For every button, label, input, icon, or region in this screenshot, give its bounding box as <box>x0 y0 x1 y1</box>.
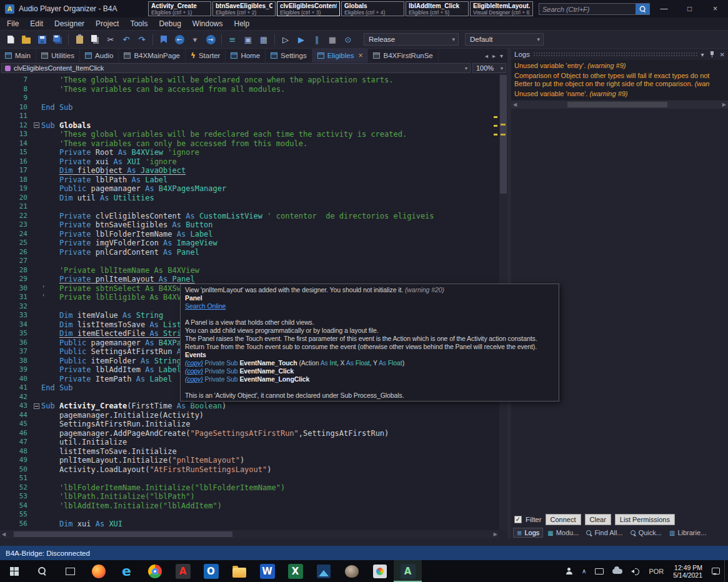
open-project-icon[interactable] <box>19 32 33 46</box>
undo-icon[interactable]: ↶ <box>119 32 133 46</box>
maximize-button[interactable]: □ <box>677 0 702 17</box>
minimize-button[interactable]: — <box>651 0 677 17</box>
task-view-button[interactable] <box>56 560 84 582</box>
stop-icon[interactable]: ■ <box>326 32 339 46</box>
cut-icon[interactable]: ✂ <box>104 32 117 46</box>
new-file-icon[interactable] <box>4 32 17 46</box>
scroll-tabs-right-icon[interactable]: ▸ <box>492 52 496 59</box>
doc-tab-utilities[interactable]: Utilities <box>36 49 80 62</box>
code-line[interactable]: 21 <box>0 202 499 212</box>
panel-tab-librarie[interactable]: ▥Librarie... <box>666 528 709 537</box>
pin-icon[interactable] <box>709 51 715 58</box>
taskbar-edge[interactable]: e <box>112 560 141 582</box>
code-line[interactable]: 22 Private clvEligiblesContent As Custom… <box>0 212 499 221</box>
display-icon[interactable] <box>591 560 608 582</box>
code-line[interactable]: 52 'lblFolderItemName.Initialize("lblFol… <box>0 483 499 493</box>
log-warning[interactable]: Unused variable 'entry'. (warning #9) <box>511 61 728 71</box>
editor-horizontal-scrollbar[interactable]: ◀ ▶ <box>0 530 499 538</box>
code-line[interactable]: 7 'These global variables will be declar… <box>0 76 499 85</box>
panel-drag-texture[interactable] <box>533 52 698 57</box>
compile-icon[interactable]: ⊙ <box>341 32 355 46</box>
search-button[interactable] <box>636 4 649 14</box>
navigate-forward-icon[interactable]: → <box>204 32 217 46</box>
onedrive-icon[interactable] <box>608 560 627 582</box>
code-line[interactable]: 45 SettingsAtFirstRun.Initialize <box>0 420 499 429</box>
save-icon[interactable] <box>35 32 49 46</box>
doc-tab-main[interactable]: Main <box>0 49 36 62</box>
search-input[interactable] <box>539 4 636 14</box>
search-online-link[interactable]: Search Online <box>185 302 554 310</box>
menu-windows[interactable]: Windows <box>187 17 229 30</box>
code-line[interactable]: 11 <box>0 112 499 121</box>
taskbar-chrome[interactable] <box>141 560 169 582</box>
doc-tab-settings[interactable]: Settings <box>266 49 312 62</box>
scroll-left-icon[interactable]: ◀ <box>513 102 517 107</box>
filter-checkbox[interactable] <box>514 516 522 523</box>
hidden-icons-chevron[interactable]: ∧ <box>577 560 591 582</box>
code-line[interactable]: 19 Public pagemanager As B4XPagesManager <box>0 184 499 194</box>
quick-tab-1[interactable]: Activity_CreateEligibles (ctrl + 1) <box>148 1 211 16</box>
volume-icon[interactable] <box>627 560 644 582</box>
method-dropdown[interactable]: clvEligiblesContent_ItemClick <box>1 63 471 73</box>
code-line[interactable]: 20 Dim util As Utilities <box>0 194 499 203</box>
paste-icon[interactable] <box>72 32 86 46</box>
code-line[interactable]: 14 'These variables can only be accessed… <box>0 139 499 149</box>
log-warning[interactable]: Comparison of Object to other types will… <box>511 71 728 89</box>
scroll-tabs-left-icon[interactable]: ◂ <box>485 52 488 59</box>
panel-close-icon[interactable]: ✕ <box>720 51 725 58</box>
taskbar-file-explorer[interactable] <box>225 560 253 582</box>
show-desktop-button[interactable] <box>724 560 728 582</box>
code-line[interactable]: 44 pagemanager.Initialize(Activity) <box>0 411 499 420</box>
doc-tab-starter[interactable]: ϟStarter <box>186 49 226 62</box>
taskbar-clock[interactable]: 12:49 PM 5/14/2021 <box>668 564 707 579</box>
scroll-right-icon[interactable]: ▶ <box>722 102 726 107</box>
menu-debug[interactable]: Debug <box>153 17 186 30</box>
code-line[interactable]: 50 Activity.LoadLayout("AtFirstRunSettin… <box>0 465 499 475</box>
taskbar-outlook[interactable]: O <box>197 560 225 582</box>
tab-list-dropdown-icon[interactable]: ▾ <box>500 52 503 59</box>
redo-icon[interactable]: ↷ <box>135 32 149 46</box>
quick-tab-6[interactable]: EligibleItemLayout.balVisual Designer (c… <box>470 1 533 16</box>
back-history-dropdown-icon[interactable]: ▾ <box>188 32 202 46</box>
code-line[interactable]: 43Sub Activity_Create(FirstTime As Boole… <box>0 402 499 411</box>
code-line[interactable]: 46 pagemanager.AddPageAndCreate("PageSet… <box>0 429 499 438</box>
editor-zoom-select[interactable]: 100% <box>472 63 506 73</box>
copy-icon[interactable] <box>88 32 102 46</box>
clear-button[interactable]: Clear <box>585 514 611 525</box>
code-line[interactable]: 54 'lblAddItem.Initialize("lblAddItem") <box>0 501 499 511</box>
panel-tab-logs[interactable]: ≣Logs <box>513 528 543 538</box>
taskbar-word[interactable]: W <box>253 560 281 582</box>
code-line[interactable]: 53 'lblPath.Initialize("lblPath") <box>0 492 499 501</box>
close-tab-icon[interactable]: × <box>358 51 362 60</box>
bookmark-icon[interactable] <box>157 32 171 46</box>
taskbar-excel[interactable]: X <box>281 560 309 582</box>
pause-icon[interactable]: ∥ <box>310 32 324 46</box>
list-permissions-button[interactable]: List Permissions <box>615 514 675 525</box>
doc-tab-b4xfirstrunse[interactable]: B4XFirstRunSe <box>368 49 438 62</box>
code-line[interactable]: 8 'These variables can be accessed from … <box>0 85 499 94</box>
copy-eventname-click-link[interactable]: (copy) Private Sub EventName_Click <box>185 367 554 375</box>
panel-tab-quick[interactable]: Quick... <box>627 528 665 537</box>
close-button[interactable]: × <box>702 0 728 17</box>
save-all-icon[interactable] <box>51 32 64 46</box>
notification-center-icon[interactable] <box>707 560 724 582</box>
code-line[interactable]: 16 Private xui As XUI 'ignore <box>0 157 499 167</box>
quick-tab-2[interactable]: btnSaveEligibles_ClickEligibles (ctrl + … <box>212 1 276 16</box>
panel-menu-icon[interactable]: ▾ <box>701 51 704 58</box>
code-line[interactable]: 13 'These global variables will be redec… <box>0 130 499 139</box>
log-warning[interactable]: Unused variable 'name'. (warning #9) <box>511 89 728 99</box>
scroll-left-icon[interactable]: ◀ <box>2 531 6 537</box>
copy-eventname-longclick-link[interactable]: (copy) Private Sub EventName_LongClick <box>185 375 554 383</box>
menu-designer[interactable]: Designer <box>49 17 90 30</box>
code-line[interactable]: 24 Private lblFolderItemName As Label <box>0 230 499 239</box>
menu-help[interactable]: Help <box>229 17 256 30</box>
filter-profile-select[interactable]: Default <box>465 33 544 46</box>
doc-tab-home[interactable]: Home <box>226 49 266 62</box>
code-line[interactable]: 56 Dim xui As XUI <box>0 520 499 529</box>
scroll-right-icon[interactable]: ▶ <box>494 531 497 537</box>
code-line[interactable]: 49 pnlItemLayout.Initialize("pnlItemLayo… <box>0 456 499 465</box>
code-line[interactable]: 48 listItemsToSave.Initialize <box>0 447 499 456</box>
horizontal-scrollbar-thumb[interactable] <box>14 531 232 537</box>
quick-tab-5[interactable]: lblAddItem_ClickEligibles (ctrl + 5) <box>406 1 469 16</box>
logs-horizontal-scrollbar[interactable]: ◀ ▶ <box>511 101 728 109</box>
